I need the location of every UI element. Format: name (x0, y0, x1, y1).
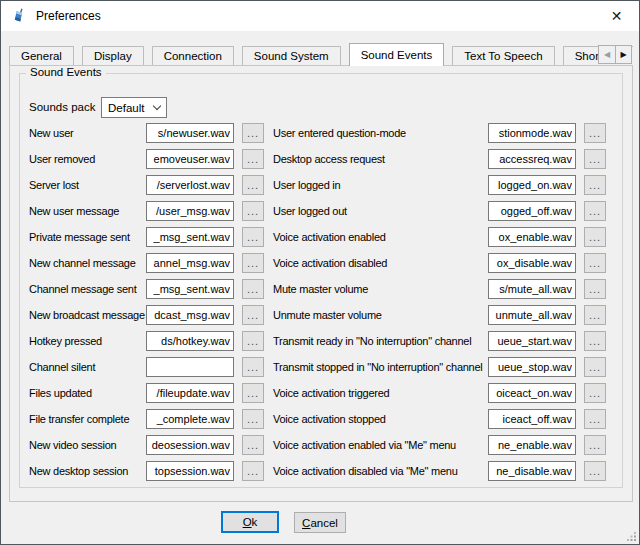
ok-button-label: Ok (243, 516, 258, 528)
sound-file-input[interactable] (146, 227, 234, 247)
sound-file-input[interactable] (488, 357, 576, 377)
event-label-voice-activation-enabled-via-me-menu: Voice activation enabled via "Me" menu (273, 435, 456, 455)
tab-display[interactable]: Display (82, 46, 144, 66)
tab-sound-events[interactable]: Sound Events (349, 43, 445, 66)
browse-button[interactable]: ... (242, 253, 264, 273)
cancel-button[interactable]: Cancel (294, 512, 346, 533)
sounds-pack-label: Sounds pack (29, 97, 96, 118)
browse-button[interactable]: ... (242, 331, 264, 351)
sound-file-input[interactable] (146, 305, 234, 325)
event-label-private-message-sent: Private message sent (29, 227, 130, 247)
event-label-user-logged-in: User logged in (273, 175, 340, 195)
event-label-new-user-message: New user message (29, 201, 119, 221)
sound-file-input[interactable] (488, 461, 576, 481)
tab-text-to-speech[interactable]: Text To Speech (452, 46, 554, 66)
event-label-voice-activation-stopped: Voice activation stopped (273, 409, 386, 429)
sound-file-input[interactable] (146, 383, 234, 403)
browse-button[interactable]: ... (584, 175, 606, 195)
browse-button[interactable]: ... (242, 435, 264, 455)
browse-button[interactable]: ... (242, 383, 264, 403)
browse-button[interactable]: ... (584, 409, 606, 429)
event-label-hotkey-pressed: Hotkey pressed (29, 331, 102, 351)
event-label-transmit-stopped-in-no-interruption-channel: Transmit stopped in "No interruption" ch… (273, 357, 483, 377)
event-label-voice-activation-disabled: Voice activation disabled (273, 253, 387, 273)
sound-file-input[interactable] (146, 461, 234, 481)
sound-file-input[interactable] (488, 201, 576, 221)
event-label-new-channel-message: New channel message (29, 253, 136, 273)
browse-button[interactable]: ... (584, 253, 606, 273)
browse-button[interactable]: ... (242, 461, 264, 481)
tab-scroll-left-icon[interactable]: ◀ (598, 45, 615, 64)
sound-file-input[interactable] (146, 123, 234, 143)
app-icon (11, 8, 27, 24)
sound-file-input[interactable] (146, 175, 234, 195)
sounds-pack-value: Default (108, 102, 144, 114)
sound-file-input[interactable] (488, 227, 576, 247)
browse-button[interactable]: ... (584, 149, 606, 169)
event-label-channel-message-sent: Channel message sent (29, 279, 137, 299)
browse-button[interactable]: ... (242, 227, 264, 247)
event-label-user-logged-out: User logged out (273, 201, 347, 221)
browse-button[interactable]: ... (584, 227, 606, 247)
event-label-voice-activation-enabled: Voice activation enabled (273, 227, 386, 247)
sound-file-input[interactable] (146, 149, 234, 169)
browse-button[interactable]: ... (242, 409, 264, 429)
browse-button[interactable]: ... (242, 279, 264, 299)
event-label-voice-activation-disabled-via-me-menu: Voice activation disabled via "Me" menu (273, 461, 458, 481)
browse-button[interactable]: ... (584, 357, 606, 377)
sound-file-input[interactable] (488, 383, 576, 403)
tab-bar: GeneralDisplayConnectionSound SystemSoun… (9, 43, 633, 66)
resize-grip[interactable] (627, 532, 637, 542)
event-label-unmute-master-volume: Unmute master volume (273, 305, 382, 325)
browse-button[interactable]: ... (584, 123, 606, 143)
browse-button[interactable]: ... (242, 305, 264, 325)
ok-button[interactable]: Ok (221, 511, 279, 533)
sound-file-input[interactable] (488, 331, 576, 351)
groupbox-title: Sound Events (26, 66, 106, 78)
tab-scroll-buttons: ◀ ▶ (598, 45, 632, 64)
event-label-new-broadcast-message: New broadcast message (29, 305, 145, 325)
browse-button[interactable]: ... (242, 149, 264, 169)
sound-file-input[interactable] (488, 149, 576, 169)
sound-file-input[interactable] (146, 357, 234, 377)
browse-button[interactable]: ... (584, 383, 606, 403)
sound-file-input[interactable] (488, 305, 576, 325)
browse-button[interactable]: ... (584, 279, 606, 299)
sound-file-input[interactable] (488, 175, 576, 195)
browse-button[interactable]: ... (584, 201, 606, 221)
browse-button[interactable]: ... (584, 435, 606, 455)
window-title: Preferences (36, 9, 101, 23)
event-label-user-removed: User removed (29, 149, 95, 169)
event-label-new-video-session: New video session (29, 435, 116, 455)
tab-general[interactable]: General (9, 46, 74, 66)
browse-button[interactable]: ... (242, 201, 264, 221)
sounds-pack-select[interactable]: Default (101, 97, 167, 118)
sound-file-input[interactable] (488, 253, 576, 273)
event-label-user-entered-question-mode: User entered question-mode (273, 123, 406, 143)
tab-sound-system[interactable]: Sound System (242, 46, 341, 66)
close-icon[interactable]: ✕ (594, 1, 639, 31)
sound-file-input[interactable] (488, 435, 576, 455)
sound-file-input[interactable] (146, 279, 234, 299)
browse-button[interactable]: ... (584, 305, 606, 325)
browse-button[interactable]: ... (584, 461, 606, 481)
tab-connection[interactable]: Connection (152, 46, 234, 66)
sound-file-input[interactable] (146, 435, 234, 455)
sound-file-input[interactable] (146, 331, 234, 351)
sound-file-input[interactable] (146, 201, 234, 221)
browse-button[interactable]: ... (242, 357, 264, 377)
sound-file-input[interactable] (488, 279, 576, 299)
sound-file-input[interactable] (488, 123, 576, 143)
tab-scroll-right-icon[interactable]: ▶ (615, 45, 632, 64)
browse-button[interactable]: ... (584, 331, 606, 351)
browse-button[interactable]: ... (242, 123, 264, 143)
cancel-button-label: Cancel (302, 517, 338, 529)
browse-button[interactable]: ... (242, 175, 264, 195)
sound-file-input[interactable] (146, 409, 234, 429)
titlebar: Preferences ✕ (1, 1, 639, 31)
event-label-desktop-access-request: Desktop access request (273, 149, 385, 169)
event-label-channel-silent: Channel silent (29, 357, 95, 377)
sound-file-input[interactable] (146, 253, 234, 273)
event-label-file-transfer-complete: File transfer complete (29, 409, 129, 429)
sound-file-input[interactable] (488, 409, 576, 429)
